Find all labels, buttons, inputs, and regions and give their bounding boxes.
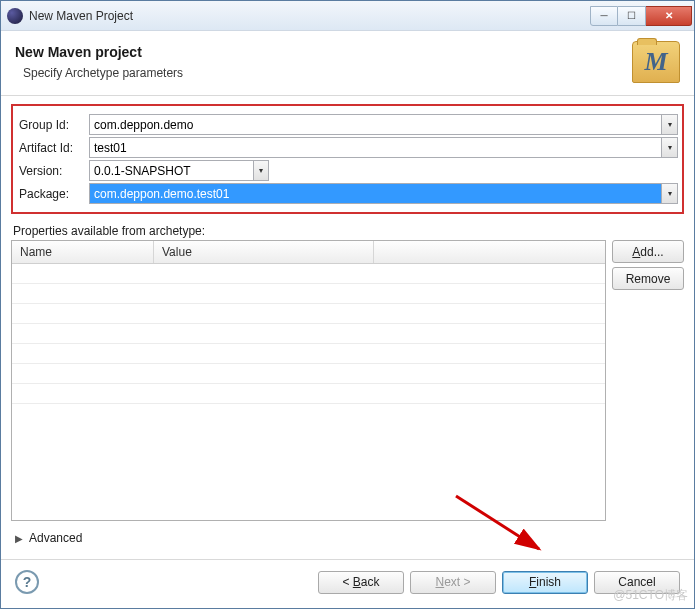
table-row[interactable]: [12, 364, 605, 384]
finish-button[interactable]: Finish: [502, 571, 588, 594]
properties-table[interactable]: Name Value: [11, 240, 606, 521]
back-button[interactable]: < Back: [318, 571, 404, 594]
chevron-down-icon[interactable]: ▾: [661, 137, 678, 158]
column-spacer: [374, 241, 605, 263]
artifact-id-input[interactable]: [89, 137, 661, 158]
window-title: New Maven Project: [29, 9, 590, 23]
group-id-input[interactable]: [89, 114, 661, 135]
artifact-id-label: Artifact Id:: [19, 141, 89, 155]
table-row[interactable]: [12, 344, 605, 364]
package-label: Package:: [19, 187, 89, 201]
cancel-button[interactable]: Cancel: [594, 571, 680, 594]
archetype-params-group: Group Id: ▾ Artifact Id: ▾ Version: ▾: [11, 104, 684, 214]
maven-icon: M: [632, 41, 680, 83]
properties-label: Properties available from archetype:: [13, 224, 684, 238]
table-row[interactable]: [12, 324, 605, 344]
table-row[interactable]: [12, 264, 605, 284]
properties-area: Name Value Add... Remove: [11, 240, 684, 521]
advanced-label: Advanced: [29, 531, 82, 545]
advanced-toggle[interactable]: ▶ Advanced: [11, 521, 684, 549]
close-button[interactable]: ✕: [646, 6, 692, 26]
table-row[interactable]: [12, 284, 605, 304]
eclipse-icon: [7, 8, 23, 24]
wizard-body: Group Id: ▾ Artifact Id: ▾ Version: ▾: [1, 96, 694, 559]
table-body[interactable]: [12, 264, 605, 520]
chevron-down-icon[interactable]: ▾: [661, 114, 678, 135]
titlebar[interactable]: New Maven Project ─ ☐ ✕: [1, 1, 694, 31]
page-subtitle: Specify Archetype parameters: [15, 66, 632, 80]
chevron-down-icon[interactable]: ▾: [661, 183, 678, 204]
package-input[interactable]: [89, 183, 661, 204]
chevron-right-icon: ▶: [15, 533, 23, 544]
remove-button[interactable]: Remove: [612, 267, 684, 290]
version-input[interactable]: [89, 160, 253, 181]
add-button[interactable]: Add...: [612, 240, 684, 263]
window-controls: ─ ☐ ✕: [590, 6, 692, 26]
wizard-footer: ? < Back Next > Finish Cancel: [1, 559, 694, 608]
next-button: Next >: [410, 571, 496, 594]
maximize-button[interactable]: ☐: [618, 6, 646, 26]
version-label: Version:: [19, 164, 89, 178]
minimize-button[interactable]: ─: [590, 6, 618, 26]
table-row[interactable]: [12, 304, 605, 324]
table-header: Name Value: [12, 241, 605, 264]
properties-buttons: Add... Remove: [612, 240, 684, 521]
table-row[interactable]: [12, 384, 605, 404]
page-title: New Maven project: [15, 44, 632, 60]
chevron-down-icon[interactable]: ▾: [253, 160, 269, 181]
wizard-header: New Maven project Specify Archetype para…: [1, 31, 694, 96]
dialog-window: New Maven Project ─ ☐ ✕ New Maven projec…: [0, 0, 695, 609]
group-id-label: Group Id:: [19, 118, 89, 132]
help-icon[interactable]: ?: [15, 570, 39, 594]
column-name[interactable]: Name: [12, 241, 154, 263]
column-value[interactable]: Value: [154, 241, 374, 263]
